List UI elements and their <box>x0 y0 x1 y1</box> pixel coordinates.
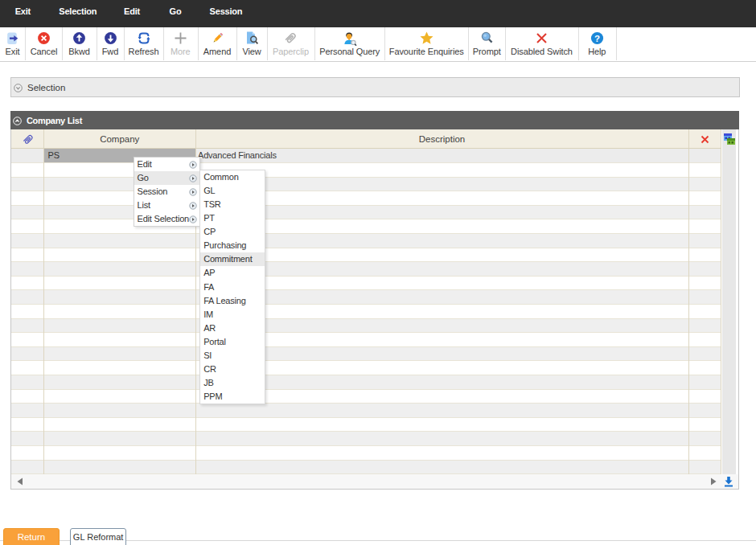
svg-text:?: ? <box>594 34 600 43</box>
